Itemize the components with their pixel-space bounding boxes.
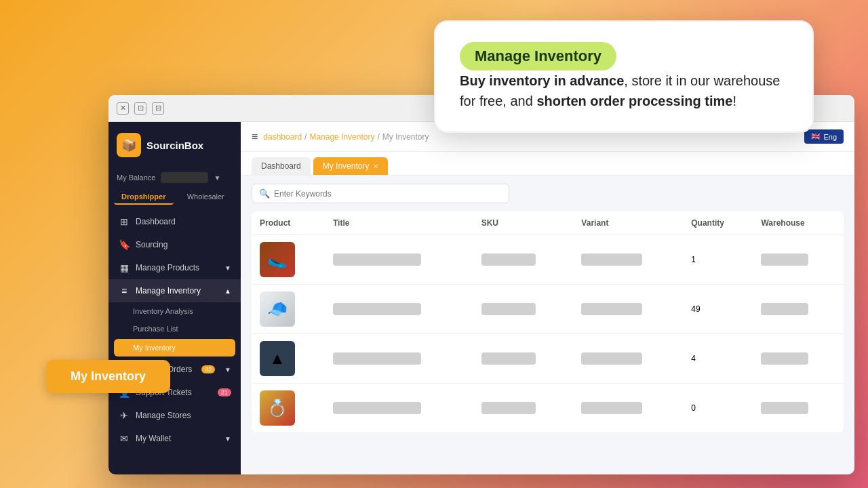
wallet-arrow: ▼ [224,435,231,443]
inventory-icon: ≡ [118,285,130,296]
breadcrumb-dashboard[interactable]: dashboard [263,132,302,142]
stores-icon: ✈ [118,410,130,421]
tooltip-bold2: shorten order processing time [536,94,732,108]
orders-badge: 82 [201,365,215,373]
search-input[interactable] [274,189,502,199]
table-row: 💍 0 [252,384,844,433]
products-icon: ▦ [118,262,130,273]
sidebar-tabs: Dropshipper Wholesaler [108,187,241,207]
tab-my-inventory[interactable]: My Inventory ✕ [313,157,389,175]
tooltip-bold1: Buy inventory in advance [460,73,624,88]
product-image-1: 🥿 [260,242,295,277]
variant-skeleton-2 [581,303,642,315]
tab-dropshipper[interactable]: Dropshipper [114,190,174,205]
title-skeleton-2 [333,303,421,315]
sidebar-label-manage-inventory: Manage Inventory [136,286,201,296]
qty-3: 4 [683,334,753,384]
tab-my-inventory-label: My Inventory [323,161,370,171]
search-bar: 🔍 [252,184,509,203]
balance-row: My Balance ▼ [108,168,241,187]
sidebar-label-my-wallet: My Wallet [136,434,171,443]
balance-value [161,172,208,183]
sku-skeleton-3 [481,352,536,365]
balance-label: My Balance [117,174,155,182]
product-image-2: 🧢 [260,291,295,327]
tab-dashboard-label: Dashboard [261,161,301,171]
tabs-bar: Dashboard My Inventory ✕ [241,152,854,176]
sidebar-item-manage-stores[interactable]: ✈ Manage Stores [108,404,241,427]
sidebar-item-dashboard[interactable]: ⊞ Dashboard [108,210,241,233]
content-area: ≡ dashboard / Manage Inventory / My Inve… [241,122,854,474]
qty-4: 0 [683,384,753,433]
tab-wholesaler[interactable]: Wholesaler [176,190,236,205]
sidebar-header: 📦 SourcinBox [108,122,241,168]
wallet-icon: ✉ [118,433,130,444]
tab-dashboard[interactable]: Dashboard [252,157,311,175]
variant-skeleton-3 [581,352,642,365]
sidebar-item-my-inventory[interactable]: My Inventory [114,339,235,357]
col-warehouse: Warehouse [753,211,844,235]
lang-text: Eng [823,133,837,141]
tickets-badge: 21 [218,388,231,396]
col-quantity: Quantity [683,211,753,235]
warehouse-skeleton-4 [761,402,808,414]
logo-text: SourcinBox [146,140,203,151]
sidebar-item-manage-products[interactable]: ▦ Manage Products ▼ [108,256,241,279]
col-sku: SKU [473,211,574,235]
sidebar-item-my-wallet[interactable]: ✉ My Wallet ▼ [108,427,241,450]
product-image-4: 💍 [260,390,295,426]
sku-skeleton-1 [481,253,536,266]
menu-icon[interactable]: ≡ [252,131,258,143]
col-title: Title [325,211,473,235]
flag-icon: 🇬🇧 [811,132,821,141]
sidebar-item-inventory-analysis[interactable]: Inventory Analysis [108,302,241,320]
tooltip-ending: ! [732,94,736,108]
sku-skeleton-2 [481,303,536,315]
orders-arrow: ▼ [224,366,231,373]
language-button[interactable]: 🇬🇧 Eng [804,129,844,144]
qty-1: 1 [683,235,753,285]
warehouse-skeleton-3 [761,352,808,365]
balance-chevron: ▼ [214,174,220,182]
variant-skeleton-4 [581,402,642,414]
my-inventory-float-button[interactable]: My Inventory [46,360,170,393]
sidebar-label-dashboard: Dashboard [136,217,176,226]
sidebar-label-sourcing: Sourcing [136,240,167,249]
col-product: Product [252,211,325,235]
tooltip-body: Buy inventory in advance, store it in ou… [460,70,788,111]
products-arrow: ▼ [224,264,231,272]
inventory-table: Product Title SKU Variant Quantity Wareh… [252,211,844,433]
product-image-3: ▲ [260,341,295,376]
maximize-btn[interactable]: ⊡ [134,102,146,115]
tab-close-icon[interactable]: ✕ [373,163,378,170]
table-container: 🔍 Product Title SKU Variant Quantity War… [241,176,854,474]
tooltip-tag: Manage Inventory [460,42,788,70]
app-window: ✕ ⊡ ⊟ 📦 SourcinBox My Balance ▼ Dropship… [108,95,854,474]
variant-skeleton-1 [581,253,642,266]
title-skeleton-3 [333,352,421,365]
search-icon: 🔍 [259,188,270,199]
title-skeleton-1 [333,253,421,266]
sku-skeleton-4 [481,402,536,414]
title-skeleton-4 [333,402,421,414]
inventory-arrow: ▲ [224,287,231,295]
dashboard-icon: ⊞ [118,216,130,227]
logo-icon: 📦 [117,133,141,157]
table-row: 🧢 49 [252,285,844,334]
sidebar-item-manage-inventory[interactable]: ≡ Manage Inventory ▲ [108,279,241,302]
qty-2: 49 [683,285,753,334]
close-btn[interactable]: ✕ [117,102,129,115]
tooltip-card: Manage Inventory Buy inventory in advanc… [434,20,814,133]
table-row: ▲ 4 [252,334,844,384]
sidebar-label-manage-products: Manage Products [136,263,199,272]
breadcrumb-my-inventory: My Inventory [382,132,429,142]
warehouse-skeleton-1 [761,253,808,266]
warehouse-skeleton-2 [761,303,808,315]
table-row: 🥿 1 [252,235,844,285]
breadcrumb: dashboard / Manage Inventory / My Invent… [263,132,429,142]
sidebar-label-manage-stores: Manage Stores [136,411,191,420]
breadcrumb-manage-inventory[interactable]: Manage Inventory [309,132,374,142]
sidebar-item-purchase-list[interactable]: Purchase List [108,320,241,338]
minimize-btn[interactable]: ⊟ [152,102,164,115]
sidebar-item-sourcing[interactable]: 🔖 Sourcing [108,233,241,256]
